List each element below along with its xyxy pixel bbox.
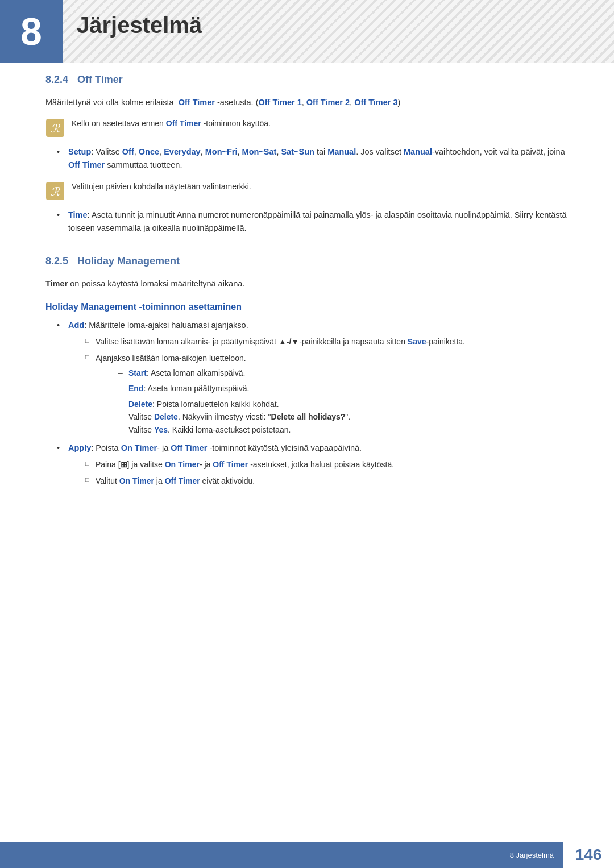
sub1-before: Valitse lisättävän loman alkamis- ja pää… [96,337,279,346]
chapter-number: 8 [20,12,42,51]
add-sub1: Valitse lisättävän loman alkamis- ja pää… [85,335,569,348]
delete-extra1-close: ". [345,412,350,421]
section-825-heading: 8.2.5 Holiday Management [45,255,569,267]
section-824-number: 8.2.4 [45,74,68,86]
delete-extra2-after: . Kaikki loma-asetukset poistetaan. [168,425,291,434]
apply-sub2-end: eivät aktivoidu. [200,476,255,485]
dash-end-label: End [128,384,143,393]
apply-sub2-off: Off Timer [165,476,200,485]
intro-comma2: , [350,98,354,107]
setup-manual: Manual [327,147,356,156]
s7: . Jos valitset [356,147,404,156]
note1-after: -toiminnon käyttöä. [201,119,271,128]
sub2-text: Ajanjakso lisätään loma-aikojen luettelo… [96,354,246,363]
apply-sub-list: Paina [⊞] ja valitse On Timer- ja Off Ti… [85,458,569,487]
delete-extra1-after: . Näkyviin ilmestyy viesti: " [178,412,271,421]
section-825-number: 8.2.5 [45,255,68,267]
note2-text: Valittujen päivien kohdalla näytetään va… [72,180,569,193]
intro-suffix: -asetusta. ( [217,98,259,107]
dash-start-label: Start [128,368,147,377]
apply-sub2: Valitut On Timer ja Off Timer eivät akti… [85,475,569,487]
time-bullet-list: Time: Aseta tunnit ja minuutit Anna nume… [57,209,569,235]
footer-chapter-label: 8 Järjestelmä [501,851,563,859]
setup-offtimer: Off Timer [68,160,105,169]
apply-sub1-before: Paina [ [96,460,121,469]
svg-text:ℛ: ℛ [51,122,61,135]
holiday-sub-heading: Holiday Management -toiminnon asettamine… [45,302,569,312]
chapter-title: Järjestelmä [77,13,202,38]
sub1-suffix: -painiketta. [426,337,465,346]
apply-sub1-off: Off Timer [213,460,248,469]
s8: -vaihtoehdon, voit valita päivät, joina [432,147,565,156]
section-824-title: Off Timer [77,74,123,86]
intro-item3: Off Timer 3 [354,98,397,107]
setup-text: : Valitse [91,147,122,156]
sub1-save: Save [408,337,426,346]
apply-sub1-icon: ⊞ [121,460,127,469]
delete-extra1-msg: Delete all holidays? [271,412,346,421]
delete-extra2: Valitse Yes. Kaikki loma-asetukset poist… [128,425,291,434]
intro-item1: Off Timer 1 [258,98,301,107]
setup-item: Setup: Valitse Off, Once, Everyday, Mon~… [57,146,569,172]
apply-item: Apply: Poista On Timer- ja Off Timer -to… [57,442,569,487]
time-item: Time: Aseta tunnit ja minuutit Anna nume… [57,209,569,235]
s3: , [201,147,205,156]
s2: , [159,147,164,156]
apply-sub1-mid: - ja [200,460,213,469]
time-label: Time [68,210,88,219]
apply-after: -toiminnot käytöstä yleisinä vapaapäivin… [207,443,362,452]
note2-box: ℛ Valittujen päivien kohdalla näytetään … [45,180,569,201]
setup-satsun: Sat~Sun [281,147,314,156]
apply-on: On Timer [121,443,157,452]
note1-highlight: Off Timer [166,119,201,128]
intro-item2: Off Timer 2 [306,98,350,107]
intro-text: Määritettynä voi olla kolme erilaista [45,98,174,107]
sub1-after: -painikkeilla ja napsauta sitten [299,337,408,346]
timer-bold: Timer [45,279,68,288]
add-sub2: Ajanjakso lisätään loma-aikojen luettelo… [85,352,569,436]
delete-extra1: Valitse Delete. Näkyviin ilmestyy viesti… [128,412,350,421]
note2-icon: ℛ [45,181,65,201]
apply-sub1-end: -asetukset, jotka haluat poistaa käytöst… [248,460,394,469]
svg-text:ℛ: ℛ [51,185,61,198]
delete-extra2-before: Valitse [128,425,154,434]
s6: tai [314,147,327,156]
delete-extra1-bold: Delete [154,412,178,421]
intro-comma1: , [302,98,306,107]
section-825-intro: Timer on poissa käytöstä lomaksi määrite… [45,277,569,290]
dash-list: Start: Aseta loman alkamispäivä. End: As… [118,367,569,436]
apply-label: Apply [68,443,91,452]
section-825-intro-text: on poissa käytöstä lomaksi määriteltynä … [68,279,244,288]
setup-everyday: Everyday [164,147,201,156]
intro-highlight: Off Timer [179,98,215,107]
setup-once: Once [139,147,159,156]
footer-page-number: 146 [563,842,614,868]
chapter-box: 8 [0,0,63,63]
setup-bullet-list: Setup: Valitse Off, Once, Everyday, Mon~… [57,146,569,172]
setup-manual2: Manual [404,147,432,156]
time-text: : Aseta tunnit ja minuutit Anna numerot … [68,210,567,232]
apply-sub2-before: Valitut [96,476,119,485]
note1-before: Kello on asetettava ennen [72,119,166,128]
s4: , [238,147,242,156]
delete-extra2-bold: Yes [154,425,168,434]
apply-mid: - ja [157,443,171,452]
setup-monsat: Mon~Sat [242,147,277,156]
note1-box: ℛ Kello on asetettava ennen Off Timer -t… [45,117,569,138]
section-824-heading: 8.2.4 Off Timer [45,74,569,86]
dash-start: Start: Aseta loman alkamispäivä. [118,367,569,379]
footer: 8 Järjestelmä 146 [0,842,614,868]
section-824-intro: Määritettynä voi olla kolme erilaista Of… [45,96,569,109]
apply-sub1: Paina [⊞] ja valitse On Timer- ja Off Ti… [85,458,569,471]
apply-off: Off Timer [171,443,207,452]
dash-end-text: : Aseta loman päättymispäivä. [143,384,249,393]
apply-sub1-after: ] ja valitse [127,460,165,469]
s1: , [134,147,139,156]
delete-extra1-before: Valitse [128,412,154,421]
add-bullet-list: Add: Määrittele loma-ajaksi haluamasi aj… [57,319,569,487]
intro-close: ) [397,98,400,107]
note1-icon: ℛ [45,118,65,138]
dash-delete-text: : Poista lomaluettelon kaikki kohdat. [152,400,279,409]
apply-sub1-on: On Timer [165,460,200,469]
add-sub-list: Valitse lisättävän loman alkamis- ja pää… [85,335,569,436]
